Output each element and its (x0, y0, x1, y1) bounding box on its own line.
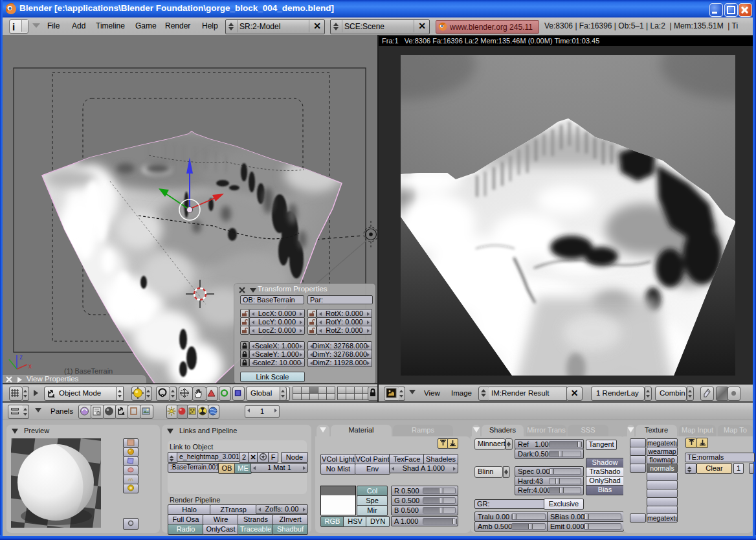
svg-text:(1) BaseTerrain: (1) BaseTerrain (64, 367, 113, 375)
svg-text:z: z (19, 354, 23, 361)
svg-text:Fra:1 Ve:8306 Fa:16396 La:2: Fra:1 Ve:8306 Fa:16396 La:2 Mem:135.46M … (382, 37, 599, 45)
svg-text:x: x (28, 363, 32, 370)
